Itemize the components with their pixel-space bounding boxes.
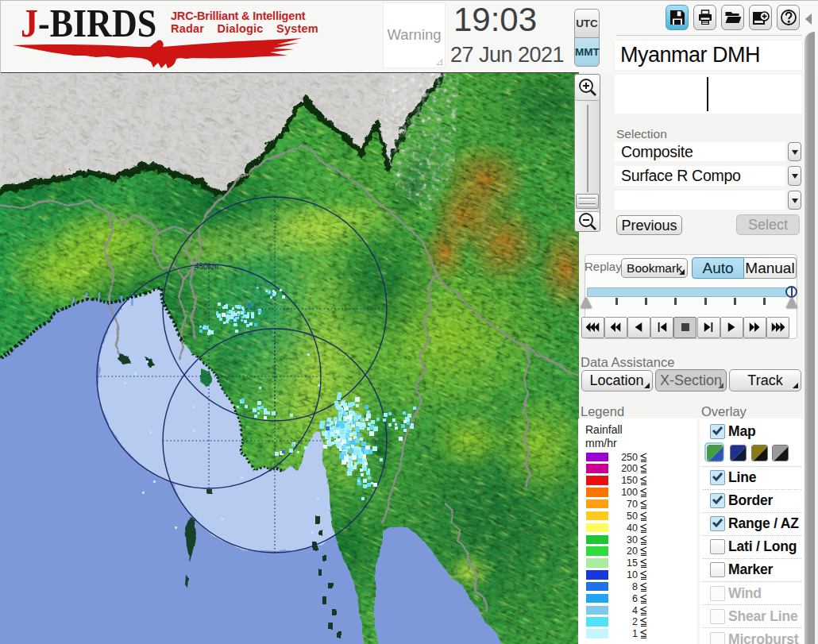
- svg-text:450km: 450km: [195, 262, 218, 271]
